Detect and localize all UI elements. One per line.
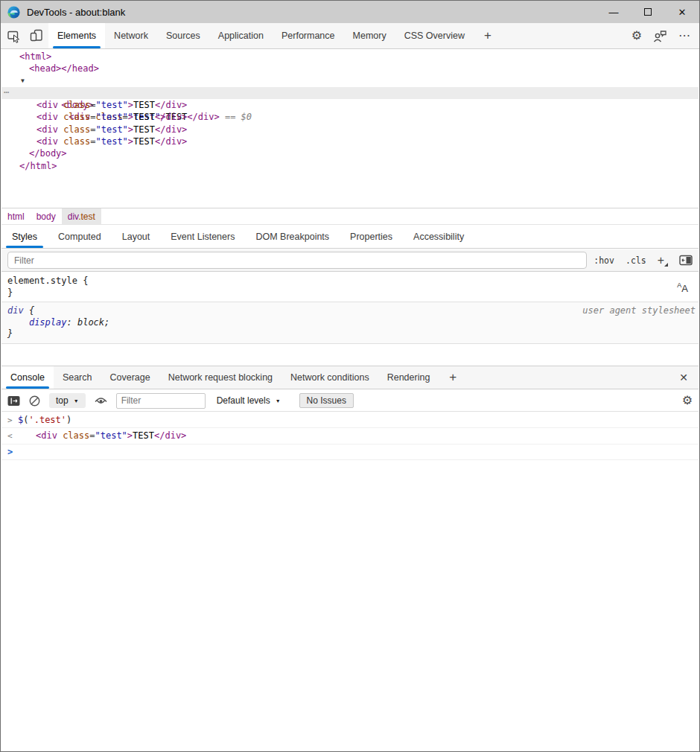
- css-property-value[interactable]: block: [77, 317, 104, 328]
- tab-styles[interactable]: Styles: [1, 225, 48, 248]
- console-toolbar: top▼ Default levels▼ No Issues ⚙: [1, 390, 699, 412]
- styles-rules-list: element.style { } AA user agent styleshe…: [1, 273, 699, 366]
- device-toolbar-icon[interactable]: [30, 29, 44, 42]
- console-input-echo[interactable]: > $('.test'): [1, 412, 699, 428]
- styles-pane-tabs: Styles Computed Layout Event Listeners D…: [1, 224, 699, 249]
- clear-console-icon[interactable]: [28, 395, 41, 407]
- row-overflow-menu-icon[interactable]: ⋯: [4, 86, 10, 98]
- ua-rule-selector: div: [7, 305, 24, 316]
- tab-network-conditions[interactable]: Network conditions: [281, 366, 378, 389]
- dom-row-head[interactable]: <head></head>: [1, 63, 699, 74]
- dom-row-body-open[interactable]: ▼ <body>: [1, 75, 699, 87]
- tab-rendering[interactable]: Rendering: [378, 366, 439, 389]
- tab-console[interactable]: Console: [1, 366, 54, 389]
- tab-accessibility[interactable]: Accessibility: [403, 225, 474, 248]
- live-expression-eye-icon[interactable]: [94, 396, 108, 406]
- close-button[interactable]: ✕: [665, 1, 699, 23]
- tab-css-overview[interactable]: CSS Overview: [395, 23, 474, 48]
- inline-style-selector[interactable]: element.style: [7, 275, 77, 286]
- console-messages: > $('.test') < <div class="test">TEST</d…: [1, 412, 699, 751]
- feedback-icon[interactable]: [653, 30, 667, 42]
- log-levels-selector[interactable]: Default levels▼: [217, 395, 281, 406]
- console-output-row[interactable]: < <div class="test">TEST</div>: [1, 428, 699, 444]
- toggle-element-classes-button[interactable]: .cls: [626, 255, 646, 266]
- dom-row-div[interactable]: <div class="test">TEST</div>: [1, 136, 699, 147]
- css-property-name[interactable]: display: [29, 317, 67, 328]
- more-options-icon[interactable]: ⋯: [678, 30, 690, 42]
- breadcrumb: html body div.test: [1, 208, 699, 224]
- tab-dom-breakpoints[interactable]: DOM Breakpoints: [245, 225, 340, 248]
- drawer-tab-bar: Console Search Coverage Network request …: [1, 366, 699, 389]
- dom-row-div[interactable]: <div class="test">TEST</div>: [1, 111, 699, 123]
- console-settings-gear-icon[interactable]: ⚙: [682, 395, 693, 407]
- tab-network[interactable]: Network: [105, 23, 157, 48]
- console-prompt-chevron-icon: >: [7, 444, 18, 459]
- title-bar: DevTools - about:blank — ✕: [1, 1, 699, 23]
- settings-gear-icon[interactable]: ⚙: [631, 30, 642, 42]
- execution-context-selector[interactable]: top▼: [49, 393, 86, 408]
- tab-event-listeners[interactable]: Event Listeners: [160, 225, 245, 248]
- window-title: DevTools - about:blank: [27, 7, 125, 18]
- rule-element-style[interactable]: element.style { } AA: [1, 273, 699, 302]
- more-drawer-tools-button[interactable]: +: [439, 366, 467, 389]
- maximize-button[interactable]: [631, 1, 665, 23]
- chevron-down-icon: ▼: [74, 398, 79, 404]
- computed-sidebar-toggle-icon[interactable]: [679, 255, 693, 266]
- tab-application[interactable]: Application: [209, 23, 273, 48]
- console-prompt[interactable]: >: [1, 444, 699, 460]
- close-drawer-icon[interactable]: ✕: [679, 366, 699, 389]
- tab-performance[interactable]: Performance: [273, 23, 344, 48]
- console-filter-input[interactable]: [116, 393, 206, 409]
- breadcrumb-body[interactable]: body: [31, 208, 62, 224]
- styles-filter-bar: :hov .cls +: [1, 249, 699, 272]
- dom-row-div-selected[interactable]: ⋯ <div class="test">TEST</div> == $0: [1, 87, 699, 99]
- window-controls: — ✕: [596, 1, 699, 23]
- tab-memory[interactable]: Memory: [344, 23, 395, 48]
- inspect-element-icon[interactable]: [7, 29, 21, 43]
- more-tabs-button[interactable]: +: [474, 23, 502, 48]
- tab-sources[interactable]: Sources: [157, 23, 209, 48]
- dom-row-div[interactable]: <div class="test">TEST</div>: [1, 124, 699, 136]
- tab-computed[interactable]: Computed: [48, 225, 112, 248]
- tab-network-request-blocking[interactable]: Network request blocking: [159, 366, 281, 389]
- tab-layout[interactable]: Layout: [112, 225, 161, 248]
- console-sidebar-toggle-icon[interactable]: [7, 395, 20, 407]
- dom-row-div[interactable]: <div class="test">TEST</div>: [1, 99, 699, 111]
- new-style-rule-button[interactable]: +: [658, 254, 668, 267]
- console-output-chevron-icon: <: [7, 429, 18, 444]
- chevron-down-icon: ▼: [276, 398, 281, 404]
- tab-coverage[interactable]: Coverage: [101, 366, 159, 389]
- edge-logo-icon: [7, 6, 20, 19]
- tab-search[interactable]: Search: [54, 366, 101, 389]
- main-toolbar: Elements Network Sources Application Per…: [1, 23, 699, 49]
- minimize-button[interactable]: —: [596, 1, 631, 23]
- dom-row-html-close[interactable]: </html>: [1, 160, 699, 172]
- rule-user-agent-div[interactable]: user agent stylesheet div { display: blo…: [1, 302, 699, 344]
- toggle-hover-state-button[interactable]: :hov: [594, 255, 614, 266]
- devtools-window: DevTools - about:blank — ✕ Elements: [0, 0, 700, 752]
- breadcrumb-html[interactable]: html: [1, 208, 31, 224]
- expand-arrow-icon[interactable]: ▼: [21, 75, 25, 87]
- console-input-chevron-icon: >: [7, 412, 18, 429]
- font-size-icon[interactable]: AA: [677, 281, 688, 294]
- styles-filter-input[interactable]: [7, 252, 587, 269]
- stylesheet-origin-label: user agent stylesheet: [582, 305, 696, 316]
- tab-properties[interactable]: Properties: [340, 225, 403, 248]
- tab-elements[interactable]: Elements: [48, 23, 105, 48]
- dom-row-body-close[interactable]: </body>: [1, 147, 699, 159]
- issues-count-badge[interactable]: No Issues: [299, 393, 354, 408]
- breadcrumb-div-test[interactable]: div.test: [62, 208, 101, 224]
- elements-dom-tree: <html> <head></head> ▼ <body> ⋯ <div cla…: [1, 50, 699, 208]
- dom-row-html-open[interactable]: <html>: [1, 51, 699, 63]
